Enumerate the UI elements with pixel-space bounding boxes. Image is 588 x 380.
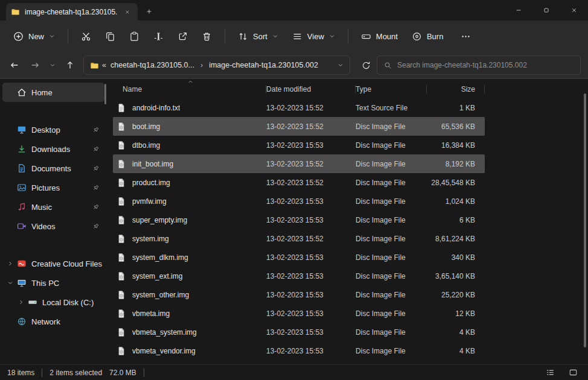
file-row[interactable]: system_dlkm.img13-02-2023 15:53Disc Imag… bbox=[113, 248, 485, 267]
paste-button[interactable] bbox=[123, 25, 145, 47]
sidebar-item-documents[interactable]: Documents bbox=[2, 159, 104, 178]
maximize-button[interactable] bbox=[532, 0, 560, 21]
file-row[interactable]: system_other.img13-02-2023 15:53Disc Ima… bbox=[113, 285, 485, 304]
file-size: 12 KB bbox=[427, 309, 485, 318]
search-input[interactable] bbox=[397, 61, 574, 69]
file-row[interactable]: vbmeta_vendor.img13-02-2023 15:53Disc Im… bbox=[113, 341, 485, 360]
burn-button[interactable]: Burn bbox=[406, 25, 449, 47]
up-button[interactable] bbox=[60, 55, 80, 75]
plus-icon bbox=[145, 8, 153, 15]
cc-icon bbox=[16, 259, 28, 268]
new-tab-button[interactable] bbox=[141, 4, 157, 19]
search-icon bbox=[384, 62, 392, 69]
maximize-icon bbox=[543, 7, 550, 14]
file-type: Disc Image File bbox=[356, 309, 427, 318]
sidebar: HomeDesktopDownloadsDocumentsPicturesMus… bbox=[0, 79, 107, 364]
navigation-bar: « cheetah-tq1a.230105.0... › image-cheet… bbox=[0, 52, 588, 78]
file-name: system.img bbox=[132, 235, 169, 243]
cut-button[interactable] bbox=[75, 25, 97, 47]
address-dropdown-button[interactable] bbox=[337, 62, 344, 68]
sidebar-item-pictures[interactable]: Pictures bbox=[2, 178, 104, 197]
file-row[interactable]: system_ext.img13-02-2023 15:53Disc Image… bbox=[113, 267, 485, 285]
sidebar-item-videos[interactable]: Videos bbox=[2, 217, 104, 236]
explorer-tab[interactable]: image-cheetah-tq1a.230105.002 bbox=[6, 3, 138, 21]
file-date-modified: 13-02-2023 15:52 bbox=[266, 235, 356, 243]
file-type: Disc Image File bbox=[356, 291, 427, 299]
toolbar-divider bbox=[348, 29, 348, 43]
column-header-size[interactable]: Size bbox=[427, 80, 485, 98]
sidebar-item-label: Downloads bbox=[28, 145, 92, 154]
disc-image-file-icon bbox=[117, 197, 126, 206]
file-date-modified: 13-02-2023 15:52 bbox=[266, 160, 356, 168]
refresh-button[interactable] bbox=[356, 55, 375, 75]
file-name: boot.img bbox=[132, 122, 160, 131]
share-button[interactable] bbox=[171, 25, 194, 47]
close-button[interactable] bbox=[560, 0, 588, 21]
scrollbar[interactable] bbox=[584, 93, 586, 358]
selection-count: 2 items selected bbox=[50, 369, 102, 377]
breadcrumb-overflow[interactable]: « bbox=[102, 61, 107, 69]
copy-button[interactable] bbox=[99, 25, 121, 47]
sidebar-item-creative-cloud-files[interactable]: Creative Cloud Files bbox=[2, 254, 104, 273]
sidebar-item-music[interactable]: Music bbox=[2, 197, 104, 217]
view-button[interactable]: View bbox=[286, 25, 341, 47]
sidebar-item-desktop[interactable]: Desktop bbox=[2, 120, 104, 139]
file-row[interactable]: dtbo.img13-02-2023 15:53Disc Image File1… bbox=[113, 136, 485, 154]
search-box[interactable] bbox=[377, 55, 581, 75]
sidebar-item-home[interactable]: Home bbox=[2, 83, 104, 102]
sidebar-item-network[interactable]: Network bbox=[2, 312, 104, 331]
download-icon bbox=[16, 144, 28, 154]
disc-image-file-icon bbox=[117, 215, 126, 225]
sidebar-item-this-pc[interactable]: This PC bbox=[2, 273, 104, 293]
file-row[interactable]: boot.img13-02-2023 15:52Disc Image File6… bbox=[113, 117, 485, 136]
chevron-down-icon[interactable] bbox=[5, 280, 16, 286]
new-button[interactable]: New bbox=[7, 25, 61, 47]
column-header-date-modified[interactable]: Date modified bbox=[266, 80, 356, 98]
file-name: pvmfw.img bbox=[132, 197, 167, 206]
back-button[interactable] bbox=[5, 55, 24, 75]
file-row[interactable]: product.img13-02-2023 15:52Disc Image Fi… bbox=[113, 173, 485, 192]
more-options-button[interactable] bbox=[455, 25, 477, 47]
file-row[interactable]: vbmeta_system.img13-02-2023 15:53Disc Im… bbox=[113, 323, 485, 341]
file-type: Disc Image File bbox=[356, 179, 427, 187]
desktop-icon bbox=[16, 125, 28, 135]
column-header-type[interactable]: Type bbox=[356, 80, 427, 98]
scrollbar-thumb[interactable] bbox=[584, 93, 586, 347]
sidebar-item-label: Network bbox=[28, 317, 102, 326]
file-row[interactable]: super_empty.img13-02-2023 15:53Disc Imag… bbox=[113, 211, 485, 229]
file-row[interactable]: pvmfw.img13-02-2023 15:53Disc Image File… bbox=[113, 192, 485, 211]
sidebar-scrollbar[interactable] bbox=[104, 84, 106, 104]
details-view-button[interactable] bbox=[542, 367, 558, 379]
disc-image-file-icon bbox=[117, 234, 126, 244]
file-name-cell: system_ext.img bbox=[113, 271, 266, 281]
file-row[interactable]: system.img13-02-2023 15:52Disc Image Fil… bbox=[113, 229, 485, 248]
network-icon bbox=[16, 317, 28, 326]
file-row[interactable]: vbmeta.img13-02-2023 15:53Disc Image Fil… bbox=[113, 304, 485, 323]
chevron-right-icon[interactable] bbox=[16, 299, 27, 305]
delete-button[interactable] bbox=[196, 25, 218, 47]
minimize-button[interactable] bbox=[505, 0, 532, 21]
thumbnails-view-button[interactable] bbox=[565, 367, 581, 379]
file-date-modified: 13-02-2023 15:53 bbox=[266, 141, 356, 150]
sort-button[interactable]: Sort bbox=[232, 25, 284, 47]
file-name: system_ext.img bbox=[132, 272, 182, 280]
rename-button[interactable] bbox=[147, 25, 170, 47]
breadcrumb-segment[interactable]: cheetah-tq1a.230105.0... bbox=[110, 61, 194, 69]
forward-button[interactable] bbox=[25, 55, 45, 75]
sidebar-item-downloads[interactable]: Downloads bbox=[2, 139, 104, 159]
file-name: super_empty.img bbox=[132, 216, 187, 224]
chevron-right-icon[interactable] bbox=[5, 261, 16, 267]
column-header-name[interactable]: Name bbox=[113, 80, 266, 98]
tab-close-button[interactable] bbox=[122, 7, 133, 17]
forward-arrow-icon bbox=[30, 60, 40, 70]
sidebar-item-label: Local Disk (C:) bbox=[39, 298, 102, 307]
sidebar-item-local-disk-c[interactable]: Local Disk (C:) bbox=[2, 293, 104, 312]
recent-locations-button[interactable] bbox=[46, 55, 59, 75]
file-row[interactable]: android-info.txt13-02-2023 15:52Text Sou… bbox=[113, 98, 485, 117]
trash-icon bbox=[202, 31, 212, 42]
file-size: 1,024 KB bbox=[427, 197, 485, 206]
mount-button[interactable]: Mount bbox=[355, 25, 404, 47]
address-bar[interactable]: « cheetah-tq1a.230105.0... › image-cheet… bbox=[83, 55, 350, 75]
breadcrumb-segment[interactable]: image-cheetah-tq1a.230105.002 bbox=[209, 61, 318, 69]
file-row[interactable]: init_boot.img13-02-2023 15:52Disc Image … bbox=[113, 154, 485, 173]
